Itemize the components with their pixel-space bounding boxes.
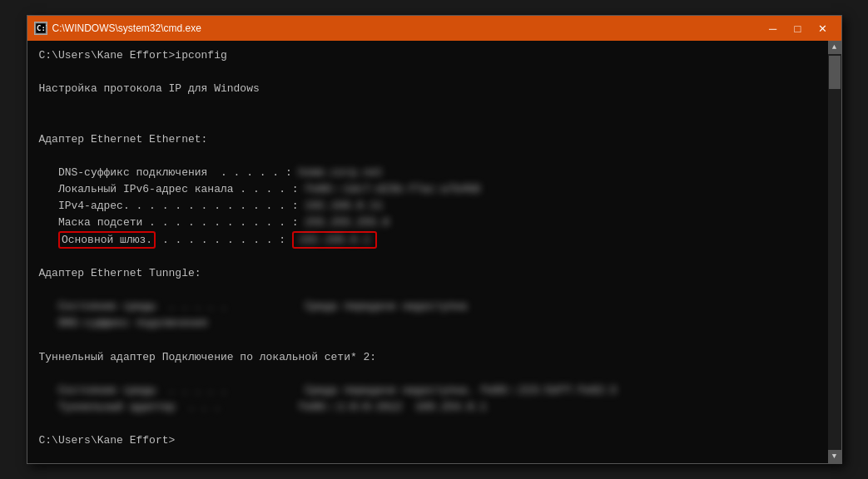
tunnel-value2: Туннельный адаптер . . . (58, 401, 221, 413)
scroll-thumb[interactable] (829, 56, 841, 89)
scroll-up-arrow[interactable]: ▲ (828, 41, 841, 54)
tunnel-line2: Туннельный адаптер . . . fe80::1:0:0:1%1… (39, 399, 816, 416)
window-controls: ─ □ ✕ (761, 20, 835, 37)
tunnel-line1: Состояние среды . . . . . Среда передачи… (39, 383, 816, 399)
dns-value: home.corp.net (299, 166, 383, 179)
scroll-down-arrow[interactable]: ▼ (828, 450, 841, 463)
window-title: C:\WINDOWS\system32\cmd.exe (52, 22, 761, 34)
svg-text:C:\: C:\ (37, 24, 47, 32)
tunnel-value1: Состояние среды . . . . . (58, 384, 227, 397)
adapter1-header: Адаптер Ethernet Ethernet: (39, 131, 816, 148)
adapter2-header: Адаптер Ethernet Tunngle: (39, 265, 816, 282)
titlebar: C:\ C:\WINDOWS\system32\cmd.exe ─ □ ✕ (27, 16, 841, 41)
ipv4-value: 192.168.0.11 (305, 200, 383, 212)
mask-line: Маска подсети . . . . . . . . . . . : 25… (39, 215, 816, 231)
tunnel-header: Туннельный адаптер Подключение по локаль… (39, 349, 816, 366)
command-line: C:\Users\Kane Effort>ipconfig (39, 47, 816, 64)
mask-value: 255.255.255.0 (305, 216, 389, 229)
ipv6-local-value: fe80::1dc7:d23b:f7ac:a7b4%8 (305, 183, 480, 195)
ipv6-local-line: Локальный IPv6-адрес канала . . . . : fe… (39, 181, 816, 198)
cmd-window: C:\ C:\WINDOWS\system32\cmd.exe ─ □ ✕ C:… (27, 15, 842, 464)
dns-line: DNS-суффикс подключения . . . . . : home… (39, 165, 816, 181)
scrollbar[interactable]: ▲ ▼ (828, 41, 841, 463)
tunngle-val1b: Среда передачи недоступна (305, 300, 467, 313)
window-body: C:\Users\Kane Effort>ipconfig Настройка … (27, 41, 841, 463)
gateway-line: Основной шлюз. . . . . . . . . . : 192.1… (39, 232, 816, 249)
scroll-track[interactable] (828, 54, 841, 450)
final-prompt: C:\Users\Kane Effort> (39, 432, 816, 449)
restore-button[interactable]: □ (786, 20, 810, 37)
ipv4-line: IPv4-адрес. . . . . . . . . . . . . : 19… (39, 198, 816, 215)
tunngle-line2: DNS-суффикс подключения (39, 315, 816, 332)
tunnel-val2b: fe80::1:0:0:1%12 169.254.0.1 (299, 401, 487, 413)
app-icon: C:\ (34, 22, 47, 35)
ipconfig-header: Настройка протокола IP для Windows (39, 81, 816, 97)
terminal-output[interactable]: C:\Users\Kane Effort>ipconfig Настройка … (27, 41, 828, 463)
tunngle-value1: Состояние среды . . . . . (58, 300, 227, 313)
minimize-button[interactable]: ─ (761, 20, 785, 37)
tunngle-line1: Состояние среды . . . . . Среда передачи… (39, 299, 816, 315)
tunngle-value2: DNS-суффикс подключения (58, 317, 207, 329)
gateway-value-highlight: 192.168.0.1 (292, 231, 377, 249)
tunnel-val1b: Среда передачи недоступна. fe80::215:5df… (305, 384, 616, 397)
close-button[interactable]: ✕ (811, 20, 835, 37)
gateway-value: 192.168.0.1 (299, 234, 370, 246)
gateway-label-highlight: Основной шлюз. (58, 231, 156, 249)
